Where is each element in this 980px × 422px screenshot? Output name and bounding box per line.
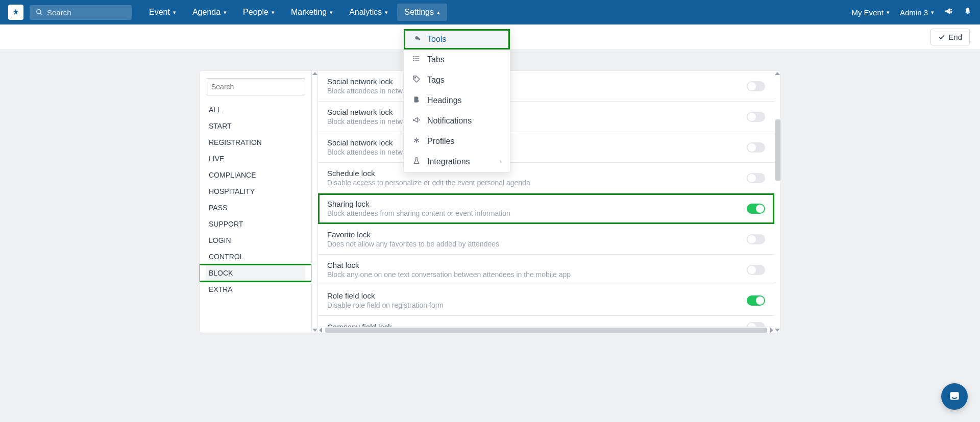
chevron-down-icon: ▾	[931, 9, 934, 16]
scroll-up-icon[interactable]	[775, 72, 780, 75]
chevron-right-icon: ›	[500, 158, 502, 165]
nav-label: Analytics	[349, 8, 382, 17]
scroll-down-icon[interactable]	[775, 329, 780, 332]
scroll-left-icon[interactable]	[319, 328, 322, 333]
setting-title: Social network lock	[327, 138, 747, 147]
dropdown-headings[interactable]: Headings	[404, 90, 510, 111]
nav-agenda[interactable]: Agenda▾	[185, 4, 234, 21]
setting-text: Social network lockBlock attendees in ne…	[327, 77, 747, 95]
toggle-switch[interactable]	[747, 204, 765, 214]
toggle-knob	[756, 296, 764, 305]
setting-text: Social network lockBlock attendees in ne…	[327, 108, 747, 126]
sidebar-scrollbar[interactable]	[312, 71, 318, 333]
toggle-knob	[748, 174, 756, 182]
sidebar-item-registration[interactable]: REGISTRATION	[206, 134, 305, 151]
nav-items: Event▾Agenda▾People▾Marketing▾Analytics▾…	[142, 4, 447, 21]
dropdown-tools[interactable]: Tools	[404, 29, 510, 49]
scroll-right-icon[interactable]	[770, 328, 773, 333]
dropdown-notifications[interactable]: Notifications	[404, 111, 510, 131]
setting-row: Social network lockBlock attendees in ne…	[318, 71, 774, 102]
sidebar-item-block[interactable]: BLOCK	[206, 265, 305, 281]
toggle-switch[interactable]	[747, 142, 765, 153]
sidebar-item-control[interactable]: CONTROL	[206, 249, 305, 265]
setting-title: Social network lock	[327, 108, 747, 116]
toggle-switch[interactable]	[747, 322, 765, 327]
settings-content: Social network lockBlock attendees in ne…	[318, 71, 774, 333]
megaphone-icon	[412, 116, 421, 126]
setting-title: Sharing lock	[327, 200, 747, 208]
tag-icon	[412, 75, 421, 85]
nav-settings[interactable]: Settings▴	[397, 4, 447, 21]
setting-description: Disable role field on registration form	[327, 301, 747, 309]
dropdown-tabs[interactable]: Tabs	[404, 49, 510, 70]
sidebar-item-login[interactable]: LOGIN	[206, 232, 305, 249]
sidebar-item-hospitality[interactable]: HOSPITALITY	[206, 183, 305, 200]
toggle-knob	[756, 205, 764, 213]
nav-marketing[interactable]: Marketing▾	[284, 4, 340, 21]
setting-description: Block attendees in networking interactio…	[327, 117, 747, 126]
toggle-knob	[748, 143, 756, 152]
logo-icon	[12, 8, 20, 16]
scroll-up-icon[interactable]	[312, 72, 317, 75]
dropdown-item-label: Integrations	[427, 157, 470, 166]
chevron-down-icon: ▾	[173, 9, 176, 16]
sidebar-search-input[interactable]	[206, 78, 305, 95]
toggle-switch[interactable]	[747, 81, 765, 91]
setting-text: Chat lockBlock any one on one text conve…	[327, 261, 747, 279]
bold-icon	[412, 95, 421, 106]
nav-label: People	[243, 8, 268, 17]
user-menu[interactable]: Admin 3 ▾	[900, 8, 934, 17]
v-scroll-thumb[interactable]	[775, 119, 780, 181]
sidebar-item-compliance[interactable]: COMPLIANCE	[206, 167, 305, 183]
sidebar-item-extra[interactable]: EXTRA	[206, 281, 305, 297]
event-selector[interactable]: My Event ▾	[851, 8, 890, 17]
sidebar-item-live[interactable]: LIVE	[206, 151, 305, 167]
content-h-scrollbar[interactable]	[318, 327, 774, 333]
nav-label: Marketing	[291, 8, 327, 17]
toggle-switch[interactable]	[747, 173, 765, 183]
dropdown-item-label: Tabs	[427, 55, 445, 64]
content-v-scrollbar[interactable]	[774, 71, 780, 333]
h-scroll-thumb[interactable]	[325, 328, 767, 333]
settings-rows: Social network lockBlock attendees in ne…	[318, 71, 774, 327]
setting-row: Company field lock	[318, 316, 774, 327]
setting-row: Role field lockDisable role field on reg…	[318, 285, 774, 316]
nav-event[interactable]: Event▾	[142, 4, 183, 21]
nav-analytics[interactable]: Analytics▾	[342, 4, 395, 21]
search-icon	[36, 8, 43, 16]
top-navbar: Event▾Agenda▾People▾Marketing▾Analytics▾…	[0, 0, 980, 24]
sidebar-item-start[interactable]: START	[206, 118, 305, 134]
toggle-switch[interactable]	[747, 234, 765, 244]
global-search-input[interactable]	[47, 8, 126, 17]
setting-text: Role field lockDisable role field on reg…	[327, 291, 747, 309]
sidebar-item-support[interactable]: SUPPORT	[206, 216, 305, 232]
app-logo[interactable]	[8, 5, 23, 20]
list-icon	[412, 55, 421, 65]
global-search[interactable]	[30, 5, 132, 20]
sidebar-item-all[interactable]: ALL	[206, 102, 305, 118]
toggle-switch[interactable]	[747, 112, 765, 122]
svg-point-7	[413, 60, 414, 61]
scroll-down-icon[interactable]	[312, 329, 317, 332]
setting-title: Company field lock	[327, 322, 747, 327]
intercom-chat-button[interactable]	[941, 383, 968, 410]
setting-description: Block attendees from sharing content or …	[327, 209, 747, 217]
nav-people[interactable]: People▾	[236, 4, 282, 21]
notifications-bell-icon[interactable]	[964, 7, 972, 17]
svg-point-5	[413, 56, 414, 57]
dropdown-item-label: Profiles	[427, 137, 454, 146]
announcements-icon[interactable]	[944, 7, 953, 18]
toggle-switch[interactable]	[747, 265, 765, 275]
dropdown-integrations[interactable]: Integrations›	[404, 152, 510, 172]
toggle-switch[interactable]	[747, 295, 765, 306]
setting-row: Chat lockBlock any one on one text conve…	[318, 255, 774, 285]
dropdown-item-label: Tools	[427, 35, 446, 44]
chevron-up-icon: ▴	[437, 9, 440, 16]
dropdown-tags[interactable]: Tags	[404, 70, 510, 90]
event-label: My Event	[851, 8, 884, 17]
sidebar-item-pass[interactable]: PASS	[206, 200, 305, 216]
wrench-icon	[412, 34, 421, 44]
chevron-down-icon: ▾	[385, 9, 388, 16]
end-button[interactable]: End	[930, 29, 970, 45]
dropdown-profiles[interactable]: Profiles	[404, 131, 510, 152]
